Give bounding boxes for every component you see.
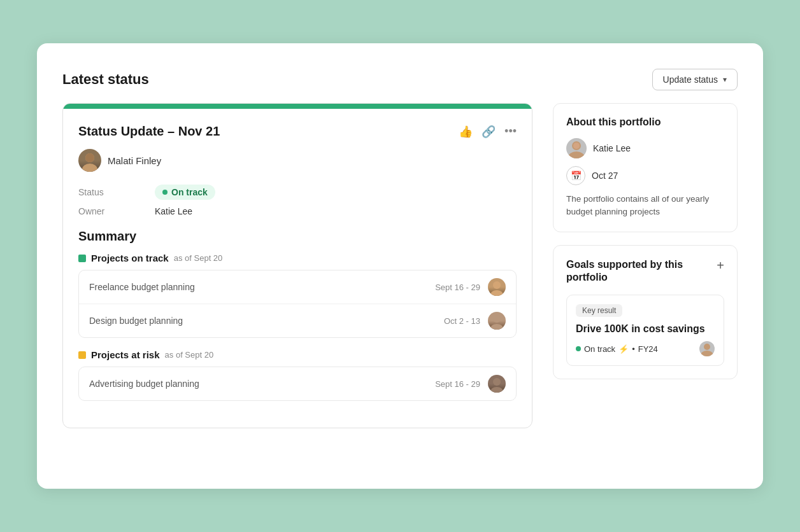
avatar — [488, 312, 506, 330]
on-track-label: Projects on track — [91, 253, 169, 263]
goal-status-label: On track — [584, 344, 615, 354]
status-update-title: Status Update – Nov 21 — [78, 124, 220, 139]
svg-point-13 — [701, 351, 713, 356]
update-status-label: Update status — [663, 74, 718, 85]
page-title: Latest status — [62, 71, 149, 88]
svg-point-2 — [85, 153, 94, 162]
goal-fy-label: FY24 — [638, 344, 658, 354]
goals-title: Goals supported by this portfolio — [566, 258, 717, 285]
svg-point-6 — [490, 324, 503, 330]
status-card-body: Status Update – Nov 21 👍 🔗 ••• — [63, 109, 532, 428]
project-name: Design budget planning — [89, 316, 183, 326]
project-right: Sept 16 - 29 — [435, 278, 506, 296]
goal-card: Key result Drive 100K in cost savings On… — [566, 295, 724, 366]
svg-point-11 — [573, 143, 580, 149]
table-row: Design budget planning Oct 2 - 13 — [79, 304, 516, 337]
status-actions: 👍 🔗 ••• — [459, 125, 517, 139]
avatar — [488, 375, 506, 393]
chevron-down-icon: ▾ — [723, 75, 727, 84]
svg-point-1 — [82, 164, 97, 172]
svg-point-12 — [704, 344, 710, 350]
on-track-section-header: Projects on track as of Sept 20 — [78, 253, 517, 263]
author-name: Malati Finley — [108, 155, 161, 166]
status-row: Status On track — [78, 185, 517, 200]
project-right: Sept 16 - 29 — [435, 375, 506, 393]
top-bar: Latest status Update status ▾ — [62, 69, 738, 90]
at-risk-label: Projects at risk — [91, 349, 160, 360]
about-title: About this portfolio — [566, 116, 724, 128]
left-panel: Status Update – Nov 21 👍 🔗 ••• — [62, 103, 532, 463]
goal-fy: • — [632, 344, 635, 354]
author-row: Malati Finley — [78, 149, 517, 172]
owner-label: Owner — [78, 206, 155, 216]
about-owner-name: Katie Lee — [593, 143, 631, 153]
goals-section: Goals supported by this portfolio + Key … — [553, 245, 738, 380]
status-card-accent-bar — [63, 104, 532, 109]
project-name: Freelance budget planning — [89, 282, 195, 292]
main-content: Status Update – Nov 21 👍 🔗 ••• — [62, 103, 738, 463]
goal-title: Drive 100K in cost savings — [576, 323, 715, 335]
link-icon[interactable]: 🔗 — [482, 125, 496, 139]
at-risk-dot — [78, 351, 86, 359]
at-risk-section-header: Projects at risk as of Sept 20 — [78, 349, 517, 360]
goal-status: On track ⚡ • FY24 — [576, 344, 658, 354]
svg-point-4 — [490, 290, 503, 296]
about-owner-row: Katie Lee — [566, 138, 724, 158]
table-row: Advertising budget planning Sept 16 - 29 — [79, 367, 516, 400]
more-options-icon[interactable]: ••• — [504, 125, 517, 138]
calendar-icon: 📅 — [566, 166, 585, 185]
svg-point-5 — [493, 315, 501, 323]
status-value: On track — [171, 187, 208, 197]
project-date: Oct 2 - 13 — [444, 316, 480, 326]
table-row: Freelance budget planning Sept 16 - 29 — [79, 270, 516, 304]
about-date: Oct 27 — [592, 171, 618, 181]
update-status-button[interactable]: Update status ▾ — [652, 69, 738, 90]
about-date-row: 📅 Oct 27 — [566, 166, 724, 185]
status-dot — [162, 190, 168, 195]
about-owner-avatar — [566, 138, 587, 158]
status-update-header: Status Update – Nov 21 👍 🔗 ••• — [78, 124, 517, 139]
right-panel: About this portfolio Katie Lee 📅 Oct 27 — [553, 103, 738, 463]
on-track-date: as of Sept 20 — [174, 253, 223, 263]
goal-tag: Key result — [576, 304, 622, 317]
main-card: Latest status Update status ▾ Status Upd… — [37, 43, 763, 489]
goal-meta: On track ⚡ • FY24 — [576, 341, 715, 356]
add-goal-icon[interactable]: + — [717, 258, 724, 273]
goals-header: Goals supported by this portfolio + — [566, 258, 724, 285]
author-avatar — [78, 149, 101, 172]
project-date: Sept 16 - 29 — [435, 379, 480, 389]
goal-owner-avatar — [699, 341, 715, 356]
project-right: Oct 2 - 13 — [444, 312, 506, 330]
on-track-project-list: Freelance budget planning Sept 16 - 29 — [78, 270, 517, 338]
goal-status-dot — [576, 346, 581, 351]
svg-point-7 — [493, 378, 501, 386]
project-date: Sept 16 - 29 — [435, 283, 480, 292]
at-risk-project-list: Advertising budget planning Sept 16 - 29 — [78, 367, 517, 401]
status-card: Status Update – Nov 21 👍 🔗 ••• — [62, 103, 532, 428]
about-section: About this portfolio Katie Lee 📅 Oct 27 — [553, 103, 738, 232]
owner-row: Owner Katie Lee — [78, 206, 517, 216]
svg-point-8 — [490, 387, 503, 393]
status-label: Status — [78, 187, 155, 197]
at-risk-date: as of Sept 20 — [165, 350, 214, 360]
like-icon[interactable]: 👍 — [459, 125, 473, 139]
project-name: Advertising budget planning — [89, 379, 199, 389]
svg-point-10 — [568, 151, 585, 158]
lightning-icon: ⚡ — [618, 344, 629, 354]
summary-title: Summary — [78, 229, 517, 244]
owner-value: Katie Lee — [155, 206, 192, 216]
status-badge: On track — [155, 185, 215, 200]
svg-point-3 — [493, 281, 501, 289]
avatar — [488, 278, 506, 296]
about-description: The portfolio contains all of our yearly… — [566, 193, 724, 219]
on-track-dot — [78, 255, 86, 262]
